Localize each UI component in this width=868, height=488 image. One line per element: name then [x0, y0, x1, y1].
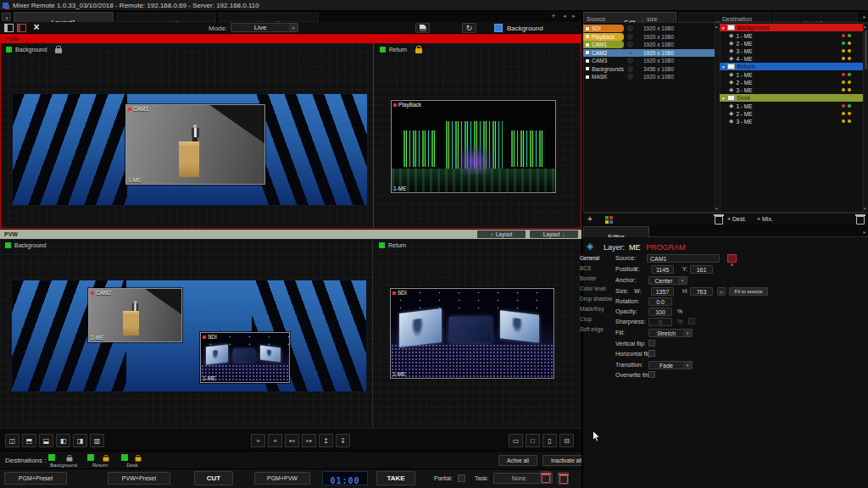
destination-toggle-desk[interactable]: Desk: [119, 453, 146, 469]
layout-up-button[interactable]: ↑ Layout: [477, 230, 526, 238]
close-layout-button[interactable]: ×: [31, 21, 42, 33]
editor-nav-bcs[interactable]: BCS: [580, 265, 615, 271]
source-row-cam3[interactable]: CAM3 1920 x 1080: [583, 57, 715, 64]
pgm-return-panel[interactable]: Return PlayBack 1-ME: [374, 43, 581, 228]
clear-all-tasks-button[interactable]: [540, 471, 551, 484]
sharpness-checkbox[interactable]: [688, 318, 695, 324]
size-w-field[interactable]: 1357: [651, 287, 674, 296]
position-y-field[interactable]: 161: [690, 265, 713, 274]
pgm-preset-button[interactable]: PGM+Preset: [4, 472, 67, 485]
destination-group-return[interactable]: ▾ Return: [720, 63, 863, 70]
fit-to-source-button[interactable]: Fit to source: [729, 287, 768, 296]
add-mix-button[interactable]: + Mix.: [757, 216, 773, 222]
tab-editor[interactable]: Editor: [583, 226, 649, 237]
take-button[interactable]: TAKE: [376, 471, 415, 485]
anchor-dropdown[interactable]: Center ▾: [648, 276, 687, 285]
background-color-swatch[interactable]: [494, 24, 503, 32]
source-row-mask[interactable]: MASK 1920 x 1080: [583, 73, 715, 80]
layer-left-half-button[interactable]: ◧: [56, 434, 70, 447]
editor-nav-drop-shadow[interactable]: Drop shadow: [580, 296, 615, 302]
tabs-more-button[interactable]: ▸: [861, 13, 868, 22]
delete-mix-icon[interactable]: [856, 216, 865, 225]
source-row-sdi[interactable]: SDI 1920 x 1080: [583, 25, 715, 32]
refresh-button[interactable]: ↻: [462, 23, 476, 33]
scroll-down-icon[interactable]: ▾: [864, 207, 866, 211]
active-all-button[interactable]: Active all: [498, 455, 537, 466]
partial-checkbox[interactable]: [458, 474, 465, 482]
layer-swap-button[interactable]: ◫: [5, 434, 19, 447]
save-button[interactable]: [415, 23, 430, 33]
tree-collapse-icon[interactable]: ▾: [722, 96, 725, 101]
pvw-return-layer-sdi[interactable]: SDI 1-ME: [390, 288, 554, 379]
scrollbar-thumb[interactable]: [865, 30, 867, 69]
tab-quickset[interactable]: QuickSet: [773, 13, 858, 22]
tab-add-button[interactable]: +: [549, 12, 558, 21]
mode-dropdown[interactable]: Live ▾: [231, 23, 298, 32]
opacity-field[interactable]: 100: [648, 308, 672, 316]
pvw-preset-button[interactable]: PVW+Preset: [108, 472, 170, 485]
destination-toggle-background[interactable]: Background: [46, 453, 81, 469]
destination-me-row[interactable]: ◈1 - ME: [729, 103, 863, 110]
editor-nav-border[interactable]: Border: [580, 275, 615, 281]
destination-me-row[interactable]: ◈2 - ME: [729, 40, 863, 47]
source-field[interactable]: CAM1: [647, 254, 720, 263]
fullscreen-layout-button[interactable]: ▭: [509, 434, 523, 447]
size-h-field[interactable]: 763: [690, 287, 713, 296]
tab-layout2[interactable]: Layout2: [116, 13, 216, 22]
editor-nav-soft-edge[interactable]: Soft edge: [580, 326, 615, 332]
source-row-cam2-selected[interactable]: CAM2 1920 x 1080: [583, 49, 715, 57]
fill-dropdown[interactable]: Stretch ▾: [648, 329, 693, 337]
tab-prev-button[interactable]: ◂: [560, 13, 569, 21]
destination-toggle-return[interactable]: Return: [85, 453, 115, 469]
layer-bottom-button[interactable]: ⬓: [39, 434, 53, 447]
vertical-flip-checkbox[interactable]: [648, 340, 655, 347]
destination-group-background[interactable]: ▾ Background: [720, 24, 863, 31]
scroll-up-icon[interactable]: ▴: [715, 25, 718, 29]
destination-me-row[interactable]: ◈3 - ME: [729, 86, 863, 94]
editor-nav-general[interactable]: General: [580, 255, 615, 261]
horizontal-flip-checkbox[interactable]: [648, 350, 655, 357]
center-vertical-button[interactable]: +: [268, 434, 282, 447]
pgm-layer-cam1[interactable]: CAM1 1-ME: [125, 104, 265, 185]
pgm-pvw-button[interactable]: PGM+PVW: [254, 472, 310, 485]
destination-me-row[interactable]: ◈1 - ME: [729, 32, 863, 40]
split-layout-button[interactable]: ⊟: [559, 434, 574, 447]
link-dimensions-button[interactable]: ∞: [717, 287, 726, 296]
editor-nav-color-level[interactable]: Color level: [580, 286, 615, 291]
layout-down-button[interactable]: Layout ↓: [530, 230, 578, 238]
pvw-return-panel[interactable]: Return SDI 1-ME: [373, 239, 580, 428]
pip-vertical-button[interactable]: ▯: [542, 434, 557, 447]
editor-nav-mask-key[interactable]: Mask/Key: [580, 306, 615, 312]
sharpness-field[interactable]: 0: [648, 318, 672, 326]
rotation-field[interactable]: 0.0: [648, 297, 672, 306]
pgm-background-panel[interactable]: Background CAM1 1-ME: [1, 43, 373, 228]
pvw-background-panel[interactable]: Background CAM2 2-ME SDI 1-ME: [0, 239, 372, 428]
scroll-down-icon[interactable]: ▾: [715, 207, 718, 211]
delete-task-button[interactable]: [558, 472, 569, 485]
pgm-layer-playback[interactable]: PlayBack 1-ME: [391, 100, 556, 193]
show-pgm-window-button[interactable]: [4, 24, 14, 32]
add-source-button[interactable]: +: [587, 214, 593, 224]
cut-button[interactable]: CUT: [194, 471, 233, 485]
tab-scroll-left-button[interactable]: ◂: [2, 13, 11, 21]
destination-me-row[interactable]: ◈2 - ME: [729, 79, 863, 86]
tab-next-button[interactable]: ▸: [570, 13, 578, 21]
tree-collapse-icon[interactable]: ▾: [722, 64, 725, 69]
layer-duplicate-button[interactable]: ▥: [90, 434, 104, 447]
pvw-layer-cam2[interactable]: CAM2 2-ME: [88, 288, 182, 342]
destination-me-row[interactable]: ◈3 - ME: [729, 118, 863, 125]
pip-square-button[interactable]: □: [526, 434, 540, 447]
delete-destination-icon[interactable]: [715, 216, 723, 225]
show-pvw-window-button[interactable]: [17, 24, 26, 32]
align-top-button[interactable]: ↥: [319, 434, 333, 447]
source-row-backgrounds[interactable]: Backgrounds 3456 x 1080: [583, 65, 715, 73]
scroll-up-icon[interactable]: ▴: [864, 25, 866, 29]
source-row-cam1[interactable]: CAM1 1920 x 1080: [583, 41, 715, 48]
layer-top-button[interactable]: ⬒: [22, 434, 36, 447]
destination-me-row[interactable]: ◈4 - ME: [729, 55, 863, 63]
overwrite-time-checkbox[interactable]: [648, 371, 655, 378]
align-left-button[interactable]: ↤: [285, 434, 299, 447]
pvw-layer-sdi[interactable]: SDI 1-ME: [200, 332, 290, 383]
tab-layout3[interactable]: Layout3: [219, 13, 319, 22]
align-bottom-button[interactable]: ↧: [336, 434, 350, 447]
